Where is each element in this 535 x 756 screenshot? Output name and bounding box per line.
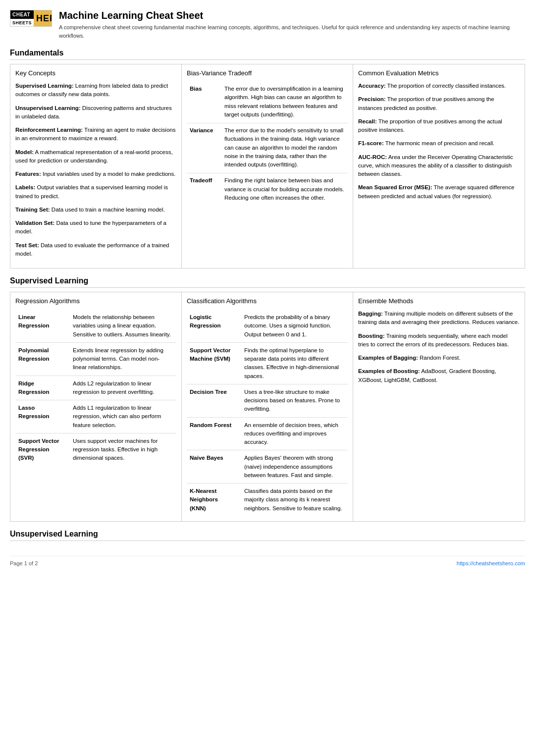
supervised-heading: Supervised Learning bbox=[10, 276, 525, 288]
logo-sheets: SHEETS bbox=[10, 19, 34, 26]
fundamentals-section: Fundamentals Key Concepts Supervised Lea… bbox=[10, 49, 525, 269]
metric-item: Precision: The proportion of true positi… bbox=[358, 95, 520, 112]
classification-row: Decision TreeUses a tree-like structure … bbox=[187, 384, 348, 417]
key-concept-item: Features: Input variables used by a mode… bbox=[15, 170, 176, 178]
metric-item: Mean Squared Error (MSE): The average sq… bbox=[358, 183, 520, 201]
supervised-learning-section: Supervised Learning Regression Algorithm… bbox=[10, 276, 525, 522]
classification-row: Random ForestAn ensemble of decision tre… bbox=[187, 417, 348, 450]
classification-term: Support Vector Machine (SVM) bbox=[187, 342, 241, 384]
regression-heading: Regression Algorithms bbox=[15, 297, 176, 305]
metric-item: Recall: The proportion of true positives… bbox=[358, 117, 520, 135]
key-concept-item: Training Set: Data used to train a machi… bbox=[15, 206, 176, 214]
ensemble-heading: Ensemble Methods bbox=[358, 297, 520, 305]
bias-variance-table: BiasThe error due to oversimplification … bbox=[187, 82, 348, 206]
regression-row: Lasso RegressionAdds L1 regularization t… bbox=[15, 400, 176, 433]
regression-definition: Adds L1 regularization to linear regress… bbox=[70, 400, 176, 433]
classification-term: Random Forest bbox=[187, 417, 241, 450]
regression-term: Ridge Regression bbox=[15, 376, 70, 400]
ensemble-item: Boosting: Training models sequentially, … bbox=[358, 332, 520, 349]
page-description: A comprehensive cheat sheet covering fun… bbox=[59, 23, 525, 40]
key-concept-item: Validation Set: Data used to tune the hy… bbox=[15, 219, 176, 236]
classification-row: K-Nearest Neighbors (KNN)Classifies data… bbox=[187, 484, 348, 516]
page-title: Machine Learning Cheat Sheet bbox=[59, 10, 525, 21]
classification-term: K-Nearest Neighbors (KNN) bbox=[187, 484, 241, 516]
logo-cheat: CHEAT bbox=[10, 10, 34, 19]
bv-row: VarianceThe error due to the model's sen… bbox=[187, 123, 348, 173]
key-concept-item: Unsupervised Learning: Discovering patte… bbox=[15, 104, 176, 121]
evaluation-metrics-col: Common Evaluation Metrics Accuracy: The … bbox=[353, 64, 525, 268]
classification-definition: Predicts the probability of a binary out… bbox=[241, 310, 348, 342]
key-concept-item: Model: A mathematical representation of … bbox=[15, 148, 176, 165]
ensemble-col: Ensemble Methods Bagging: Training multi… bbox=[353, 292, 525, 521]
classification-definition: Classifies data points based on the majo… bbox=[241, 484, 348, 516]
regression-row: Ridge RegressionAdds L2 regularization t… bbox=[15, 376, 176, 400]
regression-row: Support Vector Regression (SVR)Uses supp… bbox=[15, 433, 176, 466]
eval-metrics-list: Accuracy: The proportion of correctly cl… bbox=[358, 82, 520, 201]
website-link[interactable]: https://cheatsheetshero.com bbox=[457, 560, 525, 566]
key-concept-item: Supervised Learning: Learning from label… bbox=[15, 82, 176, 99]
regression-term: Linear Regression bbox=[15, 310, 70, 342]
supervised-grid: Regression Algorithms Linear RegressionM… bbox=[10, 292, 525, 522]
page-number: Page 1 of 2 bbox=[10, 560, 38, 566]
classification-definition: Applies Bayes' theorem with strong (naiv… bbox=[241, 450, 348, 484]
classification-row: Logistic RegressionPredicts the probabil… bbox=[187, 310, 348, 342]
ensemble-list: Bagging: Training multiple models on dif… bbox=[358, 310, 520, 384]
bv-definition: Finding the right balance between bias a… bbox=[221, 173, 348, 206]
bv-definition: The error due to the model's sensitivity… bbox=[221, 123, 348, 173]
metric-item: F1-score: The harmonic mean of precision… bbox=[358, 139, 520, 148]
regression-definition: Uses support vector machines for regress… bbox=[70, 433, 176, 466]
bias-variance-col: Bias-Variance Tradeoff BiasThe error due… bbox=[182, 64, 353, 268]
regression-definition: Adds L2 regularization to linear regress… bbox=[70, 376, 176, 400]
key-concept-item: Test Set: Data used to evaluate the perf… bbox=[15, 241, 176, 259]
key-concepts-list: Supervised Learning: Learning from label… bbox=[15, 82, 176, 258]
logo-hero: HERO bbox=[34, 10, 52, 26]
classification-term: Logistic Regression bbox=[187, 310, 241, 342]
classification-col: Classification Algorithms Logistic Regre… bbox=[182, 292, 353, 521]
header-text: Machine Learning Cheat Sheet A comprehen… bbox=[59, 10, 525, 40]
regression-row: Linear RegressionModels the relationship… bbox=[15, 310, 176, 342]
bv-term: Tradeoff bbox=[187, 173, 221, 206]
page-header: CHEATSHEETSHERO Machine Learning Cheat S… bbox=[10, 10, 525, 40]
fundamentals-grid: Key Concepts Supervised Learning: Learni… bbox=[10, 64, 525, 269]
regression-definition: Extends linear regression by adding poly… bbox=[70, 342, 176, 376]
key-concept-item: Reinforcement Learning: Training an agen… bbox=[15, 126, 176, 143]
ensemble-item: Examples of Boosting: AdaBoost, Gradient… bbox=[358, 367, 520, 384]
bv-term: Bias bbox=[187, 82, 221, 123]
bv-row: TradeoffFinding the right balance betwee… bbox=[187, 173, 348, 206]
page-footer: Page 1 of 2 https://cheatsheetshero.com bbox=[10, 556, 525, 566]
regression-term: Lasso Regression bbox=[15, 400, 70, 433]
key-concepts-col: Key Concepts Supervised Learning: Learni… bbox=[10, 64, 182, 268]
classification-term: Decision Tree bbox=[187, 384, 241, 417]
regression-col: Regression Algorithms Linear RegressionM… bbox=[10, 292, 182, 521]
metric-item: AUC-ROC: Area under the Receiver Operati… bbox=[358, 153, 520, 179]
key-concept-item: Labels: Output variables that a supervis… bbox=[15, 183, 176, 201]
bias-variance-heading: Bias-Variance Tradeoff bbox=[187, 69, 348, 77]
ensemble-item: Bagging: Training multiple models on dif… bbox=[358, 310, 520, 327]
regression-row: Polynomial RegressionExtends linear regr… bbox=[15, 342, 176, 376]
regression-definition: Models the relationship between variable… bbox=[70, 310, 176, 342]
classification-heading: Classification Algorithms bbox=[187, 297, 348, 305]
fundamentals-heading: Fundamentals bbox=[10, 49, 525, 60]
classification-definition: An ensemble of decision trees, which red… bbox=[241, 417, 348, 450]
unsupervised-learning-section: Unsupervised Learning bbox=[10, 530, 525, 541]
classification-table: Logistic RegressionPredicts the probabil… bbox=[187, 310, 348, 516]
classification-term: Naive Bayes bbox=[187, 450, 241, 484]
classification-row: Support Vector Machine (SVM)Finds the op… bbox=[187, 342, 348, 384]
classification-definition: Uses a tree-like structure to make decis… bbox=[241, 384, 348, 417]
key-concepts-heading: Key Concepts bbox=[15, 69, 176, 77]
ensemble-item: Examples of Bagging: Random Forest. bbox=[358, 354, 520, 362]
unsupervised-heading: Unsupervised Learning bbox=[10, 530, 525, 541]
bv-definition: The error due to oversimplification in a… bbox=[221, 82, 348, 123]
evaluation-metrics-heading: Common Evaluation Metrics bbox=[358, 69, 520, 77]
logo: CHEATSHEETSHERO bbox=[10, 10, 52, 27]
metric-item: Accuracy: The proportion of correctly cl… bbox=[358, 82, 520, 90]
bv-term: Variance bbox=[187, 123, 221, 173]
regression-term: Support Vector Regression (SVR) bbox=[15, 433, 70, 466]
regression-table: Linear RegressionModels the relationship… bbox=[15, 310, 176, 466]
bv-row: BiasThe error due to oversimplification … bbox=[187, 82, 348, 123]
regression-term: Polynomial Regression bbox=[15, 342, 70, 376]
classification-row: Naive BayesApplies Bayes' theorem with s… bbox=[187, 450, 348, 484]
classification-definition: Finds the optimal hyperplane to separate… bbox=[241, 342, 348, 384]
